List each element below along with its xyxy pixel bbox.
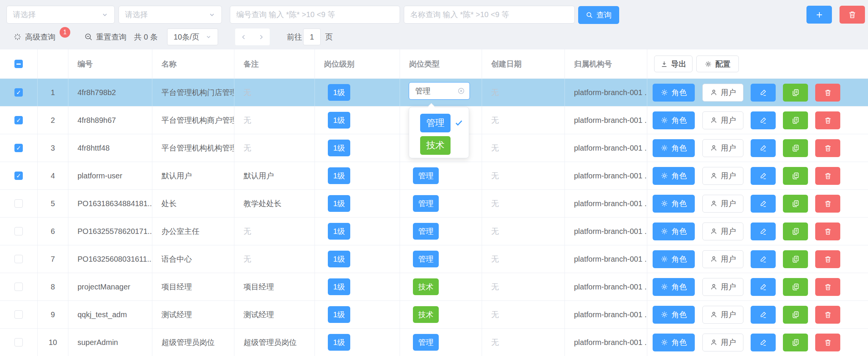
copy-button[interactable]	[783, 111, 808, 129]
advanced-query-badge: 1	[60, 27, 70, 38]
copy-button[interactable]	[783, 167, 808, 185]
header-org: 归属机构号	[565, 49, 647, 78]
person-icon	[710, 172, 718, 180]
edit-button[interactable]	[751, 250, 776, 268]
user-button-label: 用户	[721, 171, 736, 181]
person-icon	[710, 89, 718, 96]
copy-button[interactable]	[783, 222, 808, 240]
code-search-input[interactable]	[236, 6, 394, 23]
user-button[interactable]: 用户	[702, 195, 743, 213]
select-all-checkbox[interactable]	[14, 60, 23, 68]
row-checkbox[interactable]	[14, 199, 23, 208]
delete-button[interactable]	[815, 278, 840, 296]
role-button[interactable]: 角色	[653, 84, 695, 102]
table-row[interactable]: 9 qqkj_test_adm 测试经理 测试经理 1级 技术 无 platfo…	[0, 301, 868, 329]
role-button[interactable]: 角色	[653, 222, 695, 240]
export-button[interactable]: 导出	[654, 56, 693, 72]
type-option-技术[interactable]: 技术	[409, 136, 469, 155]
type-cell[interactable]: 管理	[400, 162, 482, 189]
table-row[interactable]: 5 PO16318634884181... 处长 教学处处长 1级 管理 无 p…	[0, 190, 868, 218]
table-row[interactable]: 6 PO16325578620171... 办公室主任 无 1级 管理 无 pl…	[0, 218, 868, 245]
copy-button[interactable]	[783, 250, 808, 268]
table-row[interactable]: 8 projectManager 项目经理 项目经理 1级 技术 无 platf…	[0, 273, 868, 301]
delete-button[interactable]	[815, 222, 840, 240]
delete-button[interactable]	[815, 111, 840, 129]
add-button[interactable]	[806, 6, 832, 24]
row-checkbox[interactable]	[14, 172, 23, 180]
row-checkbox[interactable]	[14, 116, 23, 124]
table-row[interactable]: 7 PO16325608031611... 语合中心 无 1级 管理 无 pla…	[0, 245, 868, 273]
user-button[interactable]: 用户	[702, 306, 743, 324]
edit-button[interactable]	[751, 222, 776, 240]
row-checkbox[interactable]	[14, 144, 23, 152]
user-button[interactable]: 用户	[702, 111, 743, 129]
copy-button[interactable]	[783, 139, 808, 157]
type-cell[interactable]: 管理	[400, 329, 482, 356]
row-checkbox[interactable]	[14, 283, 23, 291]
role-button[interactable]: 角色	[653, 250, 695, 268]
page-size-select[interactable]: 10条/页	[167, 29, 218, 45]
edit-button[interactable]	[751, 195, 776, 213]
user-button[interactable]: 用户	[702, 167, 743, 185]
row-checkbox[interactable]	[14, 88, 23, 97]
type-cell[interactable]: 技术	[400, 301, 482, 328]
goto-page-input[interactable]	[303, 29, 321, 45]
edit-button[interactable]	[751, 306, 776, 324]
row-checkbox[interactable]	[14, 255, 23, 263]
row-checkbox[interactable]	[14, 227, 23, 235]
role-button[interactable]: 角色	[653, 167, 695, 185]
user-button[interactable]: 用户	[702, 250, 743, 268]
type-option-管理[interactable]: 管理	[409, 113, 469, 132]
type-cell[interactable]: 管理	[400, 245, 482, 273]
edit-button[interactable]	[751, 111, 776, 129]
delete-button[interactable]	[815, 139, 840, 157]
delete-button[interactable]	[815, 84, 840, 102]
copy-button[interactable]	[783, 84, 808, 102]
type-cell[interactable]: 管理	[400, 218, 482, 245]
copy-button[interactable]	[783, 195, 808, 213]
edit-button[interactable]	[751, 139, 776, 157]
delete-button[interactable]	[815, 306, 840, 324]
prev-page-button[interactable]	[240, 34, 247, 40]
user-button[interactable]: 用户	[702, 84, 743, 102]
user-button[interactable]: 用户	[702, 334, 743, 351]
edit-button[interactable]	[751, 167, 776, 185]
filter-select-2[interactable]: 请选择	[119, 6, 222, 24]
delete-button[interactable]	[815, 195, 840, 213]
user-button[interactable]: 用户	[702, 222, 743, 240]
advanced-query-button[interactable]: 高级查询 1	[13, 29, 70, 45]
delete-button[interactable]	[815, 167, 840, 185]
row-checkbox[interactable]	[14, 338, 23, 346]
role-button[interactable]: 角色	[653, 195, 695, 213]
copy-button[interactable]	[783, 278, 808, 296]
table-row[interactable]: 4 platform-user 默认用户 默认用户 1级 管理 无 platfo…	[0, 162, 868, 190]
role-button[interactable]: 角色	[653, 139, 695, 157]
delete-button[interactable]	[815, 250, 840, 268]
edit-button[interactable]	[751, 84, 776, 102]
type-select-input[interactable]: 管理	[409, 82, 470, 100]
type-cell[interactable]: 管理	[400, 190, 482, 217]
filter-select-1[interactable]: 请选择	[6, 6, 115, 24]
copy-button[interactable]	[783, 334, 808, 351]
table-row[interactable]: 10 superAdmin 超级管理员岗位 超级管理员岗位 1级 管理 无 pl…	[0, 329, 868, 356]
export-button-label: 导出	[671, 59, 686, 69]
batch-delete-button[interactable]	[840, 6, 865, 24]
search-button[interactable]: 查询	[578, 6, 619, 24]
role-button[interactable]: 角色	[653, 111, 695, 129]
user-button[interactable]: 用户	[702, 278, 743, 296]
role-button[interactable]: 角色	[653, 306, 695, 324]
row-checkbox[interactable]	[14, 310, 23, 319]
name-search-input[interactable]	[410, 6, 568, 23]
role-button[interactable]: 角色	[653, 278, 695, 296]
role-button[interactable]: 角色	[653, 334, 695, 351]
delete-button[interactable]	[815, 334, 840, 351]
user-button[interactable]: 用户	[702, 139, 743, 157]
copy-button[interactable]	[783, 306, 808, 324]
edit-button[interactable]	[751, 278, 776, 296]
config-button[interactable]: 配置	[696, 56, 739, 72]
edit-button[interactable]	[751, 334, 776, 351]
reset-query-button[interactable]: 重置查询	[84, 29, 126, 45]
next-page-button[interactable]	[258, 34, 264, 40]
type-cell[interactable]: 技术	[400, 273, 482, 300]
clear-icon[interactable]	[457, 87, 465, 95]
